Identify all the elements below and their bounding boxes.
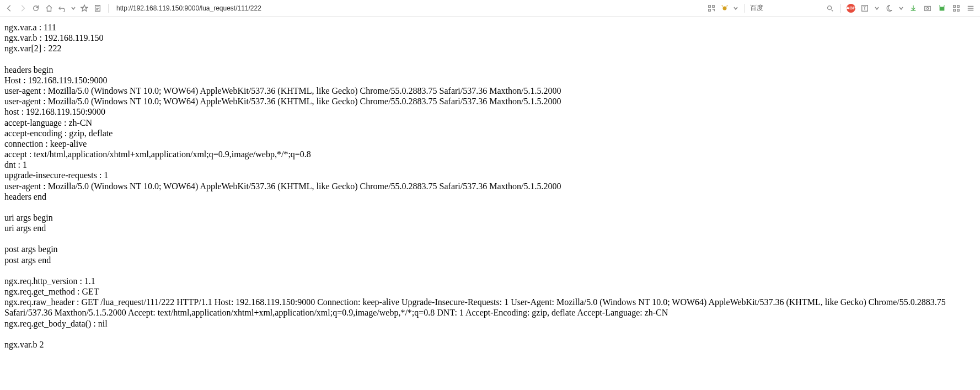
content-line: ngx.var.a : 111: [4, 22, 976, 33]
content-line: ngx.req.get_body_data() : nil: [4, 318, 976, 329]
content-line: user-agent : Mozilla/5.0 (Windows NT 10.…: [4, 86, 976, 96]
content-line: ngx.req.http_version : 1.1: [4, 276, 976, 286]
home-icon[interactable]: [44, 3, 54, 13]
adblock-icon[interactable]: ABP: [847, 4, 855, 13]
svg-rect-9: [954, 5, 956, 7]
content-line: ngx.var[2] : 222: [4, 43, 976, 54]
content-line: [4, 265, 976, 276]
content-line: headers end: [4, 191, 976, 202]
download-icon[interactable]: [908, 3, 918, 13]
capture-icon[interactable]: [923, 3, 933, 13]
content-line: [4, 233, 976, 244]
content-line: uri args end: [4, 223, 976, 233]
content-line: dnt : 1: [4, 159, 976, 170]
content-line: accept : text/html,application/xhtml+xml…: [4, 149, 976, 159]
content-line: upgrade-insecure-requests : 1: [4, 170, 976, 180]
search-icon[interactable]: [825, 3, 835, 13]
content-line: user-agent : Mozilla/5.0 (Windows NT 10.…: [4, 181, 976, 191]
search-engine-label: 百度: [750, 3, 763, 13]
chevron-down-icon[interactable]: [71, 3, 76, 13]
chevron-down-icon[interactable]: [898, 3, 904, 13]
content-line: post args begin: [4, 244, 976, 254]
toolbar-separator: [840, 4, 841, 13]
moon-icon[interactable]: [884, 3, 894, 13]
content-line: ngx.var.b 2: [4, 339, 976, 350]
qr-icon[interactable]: [706, 3, 716, 13]
search-box[interactable]: 百度: [750, 3, 763, 13]
undo-icon[interactable]: [57, 3, 67, 13]
bee-icon[interactable]: [720, 3, 730, 13]
content-line: [4, 202, 976, 212]
note-icon[interactable]: [93, 3, 103, 13]
content-line: [4, 54, 976, 65]
content-line: accept-encoding : gzip, deflate: [4, 128, 976, 138]
back-icon[interactable]: [4, 3, 14, 13]
content-line: ngx.req.get_method : GET: [4, 286, 976, 297]
content-line: ngx.req.raw_header : GET /lua_request/11…: [4, 297, 976, 318]
svg-rect-12: [957, 9, 960, 11]
content-line: Host : 192.168.119.150:9000: [4, 75, 976, 86]
cat-icon[interactable]: [937, 3, 947, 13]
content-line: connection : keep-alive: [4, 138, 976, 149]
reload-icon[interactable]: [31, 3, 41, 13]
content-line: user-agent : Mozilla/5.0 (Windows NT 10.…: [4, 96, 976, 106]
apps-icon[interactable]: [951, 3, 961, 13]
browser-toolbar: http://192.168.119.150:9000/lua_request/…: [0, 0, 980, 17]
svg-rect-10: [957, 5, 960, 7]
toolbar-separator: [108, 4, 109, 13]
chevron-down-icon[interactable]: [874, 3, 880, 13]
content-line: host : 192.168.119.150:9000: [4, 106, 976, 117]
svg-rect-11: [954, 9, 956, 11]
svg-point-4: [828, 6, 832, 9]
forward-icon[interactable]: [18, 3, 28, 13]
star-icon[interactable]: [79, 3, 89, 13]
page-content: ngx.var.a : 111ngx.var.b : 192.168.119.1…: [0, 17, 980, 355]
content-line: ngx.var.b : 192.168.119.150: [4, 33, 976, 43]
content-line: uri args begin: [4, 212, 976, 223]
chevron-down-icon[interactable]: [733, 3, 738, 13]
svg-rect-1: [713, 5, 715, 7]
svg-rect-2: [709, 9, 711, 11]
svg-point-7: [927, 7, 929, 9]
translate-icon[interactable]: [860, 3, 870, 13]
menu-icon[interactable]: [966, 3, 976, 13]
extension-icons: ABP: [847, 3, 976, 13]
svg-rect-8: [940, 7, 945, 10]
content-line: post args end: [4, 255, 976, 265]
content-line: accept-language : zh-CN: [4, 117, 976, 128]
svg-rect-6: [925, 6, 931, 10]
svg-point-3: [723, 6, 727, 10]
url-bar[interactable]: http://192.168.119.150:9000/lua_request/…: [114, 3, 280, 13]
content-line: [4, 329, 976, 339]
svg-rect-0: [709, 5, 711, 7]
content-line: headers begin: [4, 65, 976, 75]
toolbar-separator: [744, 4, 745, 13]
